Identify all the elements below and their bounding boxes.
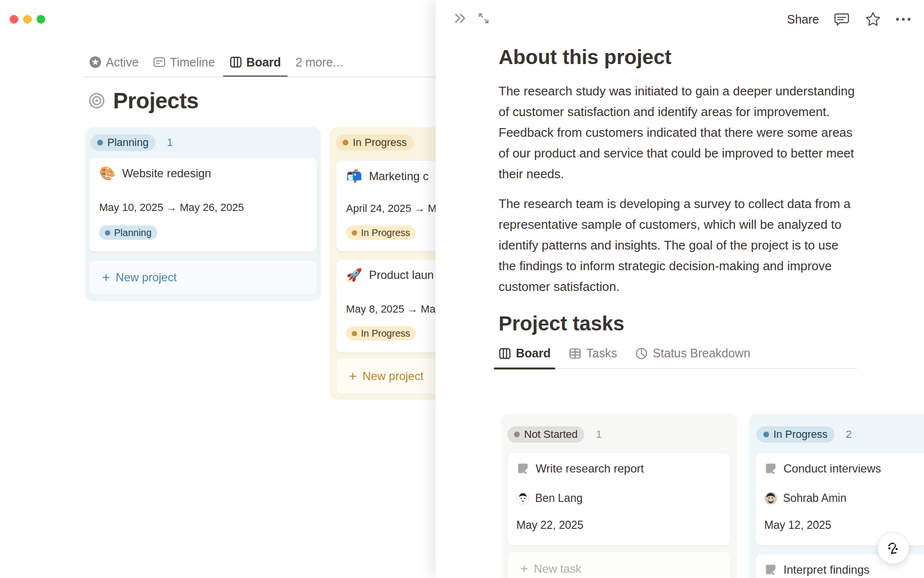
status-dot <box>343 140 348 145</box>
tab-tasks-board[interactable]: Board <box>499 346 551 368</box>
star-circle-icon <box>89 56 102 68</box>
board-icon <box>230 56 242 68</box>
about-paragraph-2: The research team is developing a survey… <box>499 194 857 297</box>
favorite-star-icon[interactable] <box>864 11 882 28</box>
card-dates: May 8, 2025 → Ma <box>346 303 436 315</box>
column-count: 2 <box>846 428 852 441</box>
table-icon <box>569 347 581 360</box>
zoom-button[interactable] <box>37 15 45 24</box>
ai-face-icon <box>884 539 903 558</box>
task-card-write-research-report[interactable]: Write research report Ben Lang May 22, 2… <box>507 453 731 546</box>
timeline-icon <box>153 56 166 68</box>
section-heading-about: About this project <box>499 46 857 68</box>
minimize-button[interactable] <box>23 15 32 24</box>
new-project-button[interactable]: + New project <box>89 260 317 295</box>
tab-status-breakdown[interactable]: Status Breakdown <box>635 346 750 368</box>
status-pill-in-progress[interactable]: In Progress <box>336 134 414 151</box>
pie-clock-icon <box>635 347 648 360</box>
status-dot <box>97 140 103 145</box>
card-status-tag: In Progress <box>346 326 416 341</box>
tasks-view-tabs: Board Tasks Status Breakdown <box>499 346 857 369</box>
new-task-button[interactable]: + New task <box>507 552 731 578</box>
task-note-icon <box>764 563 778 577</box>
target-icon <box>88 92 105 109</box>
card-title: Conduct interviews <box>783 462 881 475</box>
tab-more-views[interactable]: 2 more... <box>295 55 343 69</box>
view-tab-label: Active <box>106 55 139 69</box>
tab-board-view[interactable]: Board <box>230 55 281 69</box>
status-dot <box>352 230 357 236</box>
tab-tasks-table[interactable]: Tasks <box>569 346 617 368</box>
about-paragraph-1: The research study was initiated to gain… <box>499 81 857 184</box>
status-dot <box>763 432 769 437</box>
project-card-website-redesign[interactable]: 🎨 Website redesign May 10, 2025 → May 26… <box>89 158 317 252</box>
plus-icon: + <box>102 271 110 284</box>
card-title: Interpret findings <box>783 563 870 577</box>
view-tab-label: Board <box>246 55 281 69</box>
due-date: May 22, 2025 <box>516 519 583 532</box>
task-card-conduct-interviews[interactable]: Conduct interviews Sohrab Amin May 12, 2… <box>755 453 924 546</box>
status-pill-in-progress[interactable]: In Progress <box>757 426 834 443</box>
palette-emoji-icon: 🎨 <box>99 167 116 180</box>
card-title: Website redesign <box>122 167 211 180</box>
board-column-planning: Planning 1 🎨 Website redesign May 10, 20… <box>85 127 321 301</box>
status-pill-not-started[interactable]: Not Started <box>507 426 584 443</box>
card-title: Write research report <box>536 462 644 475</box>
column-count: 1 <box>167 136 173 149</box>
status-dot <box>105 230 110 236</box>
due-date: May 12, 2025 <box>764 519 831 532</box>
mailbox-emoji-icon: 📬 <box>346 170 362 183</box>
tabs-divider <box>83 77 436 78</box>
share-button[interactable]: Share <box>787 13 819 26</box>
expand-page-icon[interactable] <box>476 11 491 26</box>
task-column-not-started: Not Started 1 Write research report Ben … <box>501 414 737 578</box>
notion-window: Active Timeline Board 2 more... Projects <box>0 0 924 578</box>
status-dot <box>352 331 357 336</box>
close-button[interactable] <box>10 15 18 24</box>
status-dot <box>514 432 520 437</box>
notion-ai-button[interactable] <box>877 532 909 564</box>
assignee-name: Ben Lang <box>535 492 582 505</box>
plus-icon: + <box>349 369 357 383</box>
tab-timeline-view[interactable]: Timeline <box>153 55 215 69</box>
assignee-name: Sohrab Amin <box>783 492 847 505</box>
card-title: Marketing c <box>369 170 429 183</box>
view-tabs: Active Timeline Board 2 more... <box>89 54 343 70</box>
section-heading-project-tasks: Project tasks <box>499 313 857 335</box>
task-note-icon <box>516 462 530 475</box>
close-peek-icon[interactable] <box>452 11 467 26</box>
board-icon <box>499 347 511 360</box>
status-pill-planning[interactable]: Planning <box>90 134 155 151</box>
more-options-icon[interactable] <box>896 18 911 21</box>
page-peek-panel: Share About this project The research st… <box>436 0 924 578</box>
view-tab-label: Timeline <box>170 55 215 69</box>
card-status-tag: In Progress <box>346 225 416 240</box>
window-controls <box>10 15 45 24</box>
card-status-tag: Planning <box>99 225 157 240</box>
avatar <box>516 492 529 505</box>
card-title: Product laun <box>369 268 434 282</box>
tab-active-view[interactable]: Active <box>89 55 139 69</box>
view-tab-label: 2 more... <box>295 55 343 69</box>
rocket-emoji-icon: 🚀 <box>346 269 362 282</box>
task-note-icon <box>764 462 778 475</box>
card-dates: May 10, 2025 → May 26, 2025 <box>99 201 244 214</box>
column-count: 1 <box>596 428 602 441</box>
plus-icon: + <box>520 562 528 576</box>
avatar <box>764 492 777 505</box>
page-title: Projects <box>113 88 199 114</box>
card-dates: April 24, 2025 → M <box>346 202 436 215</box>
comments-icon[interactable] <box>834 11 850 27</box>
